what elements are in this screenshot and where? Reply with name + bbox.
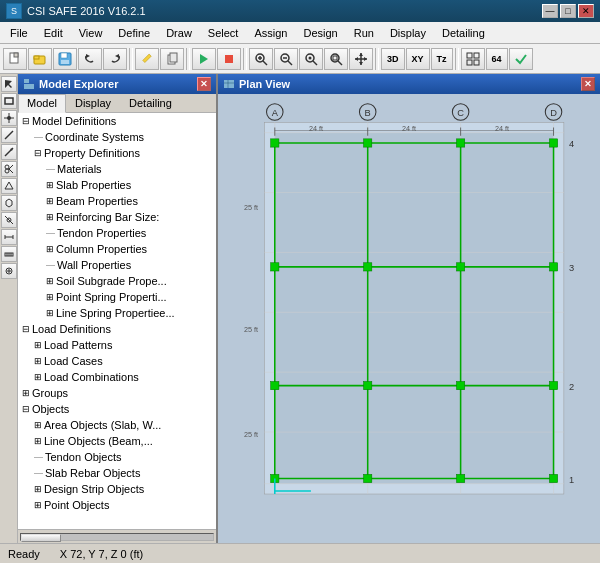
toolbar-zoom-box[interactable]: [324, 48, 348, 70]
maximize-button[interactable]: □: [560, 4, 576, 18]
tree-node-line-spring[interactable]: ⊞ Line Spring Propertiee...: [18, 305, 216, 321]
explorer-tab-detailing[interactable]: Detailing: [120, 94, 181, 112]
toolbar-open[interactable]: [28, 48, 52, 70]
left-btn-rect[interactable]: [1, 93, 17, 109]
toolbar-zoom-circle[interactable]: [299, 48, 323, 70]
menu-select[interactable]: Select: [200, 22, 247, 43]
menu-edit[interactable]: Edit: [36, 22, 71, 43]
toolbar-pan[interactable]: [349, 48, 373, 70]
svg-rect-104: [456, 474, 464, 482]
svg-rect-33: [467, 53, 472, 58]
toolbar-redo[interactable]: [103, 48, 127, 70]
left-btn-dimension[interactable]: [1, 229, 17, 245]
svg-line-19: [288, 61, 292, 65]
left-btn-scissors[interactable]: [1, 161, 17, 177]
tree-node-objects[interactable]: ⊟ Objects: [18, 401, 216, 417]
tree-node-tendon-objects[interactable]: — Tendon Objects: [18, 449, 216, 465]
toolbar-copy[interactable]: [160, 48, 184, 70]
tree-node-soil-subgrade[interactable]: ⊞ Soil Subgrade Prope...: [18, 273, 216, 289]
left-btn-select[interactable]: [1, 76, 17, 92]
scroll-thumb[interactable]: [21, 534, 61, 542]
tree-node-tendon-props[interactable]: — Tendon Properties: [18, 225, 216, 241]
toolbar-run[interactable]: [192, 48, 216, 70]
svg-rect-95: [364, 263, 372, 271]
minimize-button[interactable]: —: [542, 4, 558, 18]
tree-node-design-strip[interactable]: ⊞ Design Strip Objects: [18, 481, 216, 497]
app-icon: S: [6, 3, 22, 19]
explorer-tree: ⊟ Model Definitions — Coordinate Systems…: [18, 113, 216, 529]
toolbar-undo[interactable]: [78, 48, 102, 70]
tree-node-property-defs[interactable]: ⊟ Property Definitions: [18, 145, 216, 161]
tree-node-load-patterns[interactable]: ⊞ Load Patterns: [18, 337, 216, 353]
menu-define[interactable]: Define: [110, 22, 158, 43]
left-btn-polygon[interactable]: [1, 178, 17, 194]
toolbar-3d[interactable]: 3D: [381, 48, 405, 70]
tree-node-groups[interactable]: ⊞ Groups: [18, 385, 216, 401]
explorer-tab-display[interactable]: Display: [66, 94, 120, 112]
tree-node-load-defs[interactable]: ⊟ Load Definitions: [18, 321, 216, 337]
menu-draw[interactable]: Draw: [158, 22, 200, 43]
left-btn-hex[interactable]: [1, 195, 17, 211]
tree-node-load-combos[interactable]: ⊞ Load Combinations: [18, 369, 216, 385]
tree-node-slab-rebar[interactable]: — Slab Rebar Objects: [18, 465, 216, 481]
toolbar-zoom-in[interactable]: [249, 48, 273, 70]
tree-node-materials[interactable]: — Materials: [18, 161, 216, 177]
tree-node-beam-props[interactable]: ⊞ Beam Properties: [18, 193, 216, 209]
explorer-header-title: Model Explorer: [23, 78, 118, 90]
toolbar-64[interactable]: 64: [486, 48, 508, 70]
plan-view-icon: [223, 78, 235, 90]
tree-node-load-cases[interactable]: ⊞ Load Cases: [18, 353, 216, 369]
svg-rect-94: [271, 263, 279, 271]
title-bar: S CSI SAFE 2016 V16.2.1 — □ ✕: [0, 0, 600, 22]
toolbar-save[interactable]: [53, 48, 77, 70]
toolbar-zoom-out[interactable]: [274, 48, 298, 70]
toolbar-new[interactable]: [3, 48, 27, 70]
menu-design[interactable]: Design: [295, 22, 345, 43]
tree-node-wall-props[interactable]: — Wall Properties: [18, 257, 216, 273]
toolbar-tz[interactable]: Tz: [431, 48, 453, 70]
tree-node-area-objects[interactable]: ⊞ Area Objects (Slab, W...: [18, 417, 216, 433]
close-button[interactable]: ✕: [578, 4, 594, 18]
toolbar-xy[interactable]: XY: [406, 48, 430, 70]
scroll-track[interactable]: [20, 533, 214, 541]
left-btn-properties[interactable]: [1, 263, 17, 279]
toolbar-grid[interactable]: [461, 48, 485, 70]
svg-rect-100: [456, 381, 464, 389]
tree-node-line-objects[interactable]: ⊞ Line Objects (Beam,...: [18, 433, 216, 449]
menu-detailing[interactable]: Detailing: [434, 22, 493, 43]
tree-node-column-props[interactable]: ⊞ Column Properties: [18, 241, 216, 257]
left-btn-point[interactable]: [1, 110, 17, 126]
menu-view[interactable]: View: [71, 22, 111, 43]
left-btn-draw-line[interactable]: [1, 127, 17, 143]
toolbar-check[interactable]: [509, 48, 533, 70]
toolbar-sep-2: [186, 48, 190, 70]
menu-display[interactable]: Display: [382, 22, 434, 43]
left-btn-measure[interactable]: [1, 246, 17, 262]
toolbar-pencil[interactable]: [135, 48, 159, 70]
plan-header: Plan View ✕: [218, 74, 600, 94]
left-btn-arrow[interactable]: [1, 144, 17, 160]
explorer-icon: [23, 78, 35, 90]
tree-node-point-objects[interactable]: ⊞ Point Objects: [18, 497, 216, 513]
svg-rect-5: [61, 53, 67, 58]
menu-file[interactable]: File: [2, 22, 36, 43]
explorer-close-button[interactable]: ✕: [197, 77, 211, 91]
title-bar-controls: — □ ✕: [542, 4, 594, 18]
toolbar-stop[interactable]: [217, 48, 241, 70]
explorer-scrollbar[interactable]: [18, 529, 216, 543]
svg-point-41: [7, 116, 11, 120]
plan-view-title: Plan View: [239, 78, 290, 90]
menu-assign[interactable]: Assign: [246, 22, 295, 43]
explorer-tab-model[interactable]: Model: [18, 94, 66, 113]
tree-node-slab-props[interactable]: ⊞ Slab Properties: [18, 177, 216, 193]
status-bar: Ready X 72, Y 7, Z 0 (ft): [0, 543, 600, 563]
tree-node-coord-systems[interactable]: — Coordinate Systems: [18, 129, 216, 145]
menu-run[interactable]: Run: [346, 22, 382, 43]
plan-close-button[interactable]: ✕: [581, 77, 595, 91]
tree-node-rebar-size[interactable]: ⊞ Reinforcing Bar Size:: [18, 209, 216, 225]
plan-canvas[interactable]: A B C D 4 3 2 1 24 ft 24 ft 24 ft: [218, 94, 600, 543]
tree-node-model-defs[interactable]: ⊟ Model Definitions: [18, 113, 216, 129]
tree-node-point-spring[interactable]: ⊞ Point Spring Properti...: [18, 289, 216, 305]
left-btn-snap[interactable]: [1, 212, 17, 228]
svg-marker-37: [5, 80, 12, 88]
